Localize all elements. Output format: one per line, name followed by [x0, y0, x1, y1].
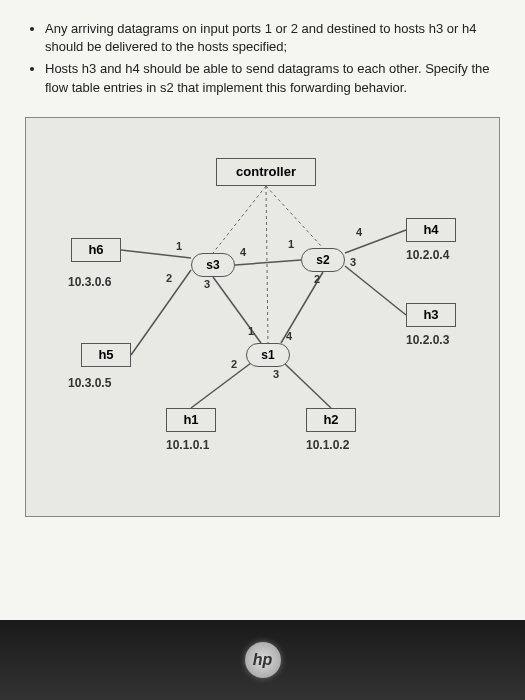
svg-line-5	[235, 260, 301, 265]
document-screen: Any arriving datagrams on input ports 1 …	[0, 0, 525, 620]
switch-s1: s1	[246, 343, 290, 367]
host-h3: h3	[406, 303, 456, 327]
ip-h3: 10.2.0.3	[406, 333, 449, 347]
ip-h5: 10.3.0.5	[68, 376, 111, 390]
host-h1: h1	[166, 408, 216, 432]
problem-statement: Any arriving datagrams on input ports 1 …	[25, 20, 500, 97]
ip-h4: 10.2.0.4	[406, 248, 449, 262]
port-s3-2: 2	[166, 272, 172, 284]
hp-logo-icon: hp	[245, 642, 281, 678]
port-s1-3: 3	[273, 368, 279, 380]
svg-line-10	[191, 363, 251, 408]
port-s3-3: 3	[204, 278, 210, 290]
port-s1-2: 2	[231, 358, 237, 370]
host-h6: h6	[71, 238, 121, 262]
host-h2: h2	[306, 408, 356, 432]
svg-line-8	[345, 266, 406, 315]
ip-h6: 10.3.0.6	[68, 275, 111, 289]
ip-h1: 10.1.0.1	[166, 438, 209, 452]
ip-h2: 10.1.0.2	[306, 438, 349, 452]
port-s2-3: 3	[350, 256, 356, 268]
svg-line-7	[345, 230, 406, 253]
port-s3-4: 4	[240, 246, 246, 258]
bullet-1: Any arriving datagrams on input ports 1 …	[45, 20, 500, 56]
port-s1-1: 1	[248, 325, 254, 337]
svg-line-4	[131, 270, 191, 355]
bullet-2: Hosts h3 and h4 should be able to send d…	[45, 60, 500, 96]
svg-line-11	[284, 363, 331, 408]
host-h4: h4	[406, 218, 456, 242]
svg-line-0	[213, 186, 266, 253]
port-s2-2: 2	[314, 273, 320, 285]
svg-line-1	[266, 186, 323, 248]
port-s1-4: 4	[286, 330, 292, 342]
controller-label: controller	[236, 164, 296, 179]
switch-s3: s3	[191, 253, 235, 277]
laptop-bezel: hp	[0, 620, 525, 700]
controller-node: controller	[216, 158, 316, 186]
host-h5: h5	[81, 343, 131, 367]
switch-s2: s2	[301, 248, 345, 272]
port-s3-1: 1	[176, 240, 182, 252]
network-diagram: controller h6 h5 h4 h3 h1 h2 10.3.0.6 10…	[25, 117, 500, 517]
port-s2-4: 4	[356, 226, 362, 238]
port-s2-1: 1	[288, 238, 294, 250]
svg-line-2	[266, 186, 268, 343]
